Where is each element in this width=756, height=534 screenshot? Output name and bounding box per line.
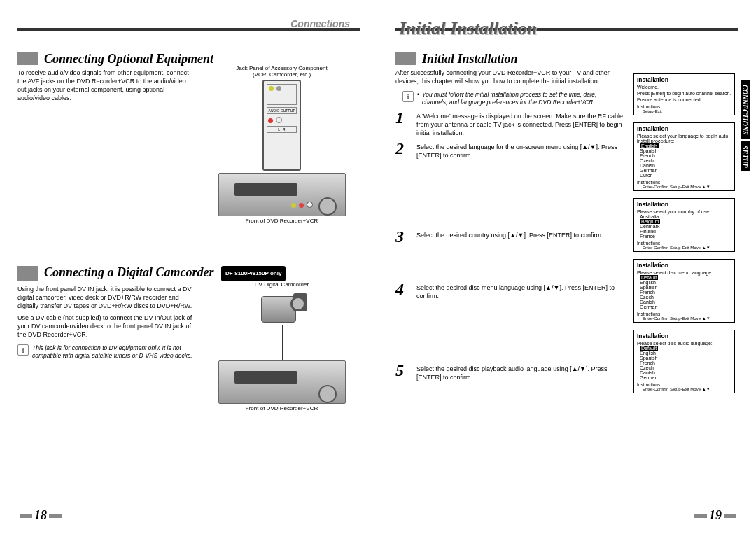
- osd-item: French: [637, 290, 732, 295]
- osd-item: Danish: [637, 300, 732, 304]
- osd-title: Installation: [637, 332, 732, 339]
- figure-camcorder: [254, 290, 310, 332]
- osd-footer: Instructions: [637, 311, 732, 316]
- step-4: 4Select the desired disc menu language u…: [396, 282, 623, 300]
- osd-item: German: [637, 304, 732, 309]
- osd-item: Spanish: [637, 148, 732, 153]
- step-text: Select the desired disc menu language us…: [416, 282, 623, 300]
- osd-box-2: InstallationPlease select your language …: [634, 122, 735, 191]
- osd-item: Czech: [637, 365, 732, 370]
- osd-hints: Setup-Exit: [637, 109, 732, 113]
- osd-item: English: [637, 280, 732, 285]
- section-connecting-camcorder: Connecting a Digital Camcorder DF-8100P/…: [18, 266, 360, 412]
- info-icon: i: [402, 91, 414, 102]
- osd-box-3: InstallationPlease select your country o…: [634, 198, 735, 252]
- step-text: Select the desired disc playback audio l…: [416, 363, 623, 381]
- tab-connections: CONNECTIONS: [741, 80, 750, 139]
- page-18: Connections Connecting Optional Equipmen…: [0, 0, 378, 534]
- section-title: Initial Installation: [396, 52, 518, 65]
- figure-recorder-front: [218, 360, 346, 404]
- osd-hints: Enter-Confirm Setup-Exit Move ▲▼: [637, 185, 732, 189]
- osd-title: Installation: [637, 262, 732, 269]
- figure-recorder-front: [218, 173, 346, 216]
- step-text: Select the desired country using [▲/▼]. …: [416, 230, 603, 244]
- section-intro: After successfully connecting your DVD R…: [396, 69, 623, 85]
- osd-item: French: [637, 360, 732, 365]
- section-title: Connecting Optional Equipment: [18, 52, 214, 65]
- figure-caption-bottom: Front of DVD Recorder+VCR: [203, 405, 360, 412]
- osd-hints: Enter-Confirm Setup-Exit Move ▲▼: [637, 316, 732, 321]
- step-3: 3Select the desired country using [▲/▼].…: [396, 230, 623, 244]
- osd-footer: Instructions: [637, 104, 732, 109]
- model-badge: DF-8100P/8150P only: [221, 266, 286, 281]
- osd-item: Czech: [637, 158, 732, 163]
- info-note: i This jack is for connection to DV equi…: [18, 344, 196, 360]
- osd-prompt: Please select your language to begin aut…: [637, 134, 732, 143]
- osd-line: Press [Enter] to begin auto channel sear…: [637, 91, 732, 96]
- osd-item: Finland: [637, 229, 732, 234]
- info-icon: i: [18, 344, 29, 356]
- step-1: 1A 'Welcome' message is displayed on the…: [396, 111, 623, 137]
- osd-footer: Instructions: [637, 382, 732, 387]
- osd-item: English: [637, 351, 732, 356]
- osd-box-4: InstallationPlease select disc menu lang…: [634, 259, 735, 323]
- step-5: 5Select the desired disc playback audio …: [396, 363, 623, 381]
- osd-title: Installation: [637, 201, 732, 208]
- note-text: This jack is for connection to DV equipm…: [32, 344, 196, 360]
- page-number: 19: [692, 508, 738, 523]
- figure-caption-top: DV Digital Camcorder: [203, 281, 360, 288]
- step-number: 2: [396, 141, 416, 160]
- osd-hints: Enter-Confirm Setup-Exit Move ▲▼: [637, 246, 732, 250]
- section-title-text: Connecting a Digital Camcorder: [44, 265, 214, 279]
- osd-footer: Instructions: [637, 241, 732, 246]
- osd-selected: Default: [640, 275, 658, 280]
- osd-selected: Default: [640, 346, 658, 351]
- side-tabs: CONNECTIONS SETUP: [741, 80, 750, 227]
- osd-item: Czech: [637, 295, 732, 300]
- osd-box-5: InstallationPlease select disc audio lan…: [634, 330, 735, 393]
- section-body: To receive audio/video signals from othe…: [18, 69, 196, 224]
- figure-caption-bottom: Front of DVD Recorder+VCR: [203, 218, 360, 224]
- osd-prompt: Please select your country of use:: [637, 209, 732, 214]
- section-body: Use a DV cable (not supplied) to connect…: [18, 314, 196, 339]
- step-text: Select the desired language for the on-s…: [416, 141, 623, 160]
- osd-item: France: [637, 234, 732, 239]
- osd-item: Spanish: [637, 285, 732, 290]
- osd-box-1: InstallationWelcome.Press [Enter] to beg…: [634, 73, 735, 115]
- osd-prompt: Please select disc menu language:: [637, 270, 732, 275]
- section-title: Connecting a Digital Camcorder DF-8100P/…: [18, 266, 286, 281]
- osd-item: Australia: [637, 214, 732, 219]
- osd-item: Spanish: [637, 356, 732, 360]
- osd-item: Denmark: [637, 224, 732, 229]
- step-text: A 'Welcome' message is displayed on the …: [416, 111, 623, 137]
- osd-title: Installation: [637, 125, 732, 132]
- osd-line: Ensure antenna is connected.: [637, 97, 732, 102]
- header-initial-installation: Initial Installation: [399, 18, 537, 39]
- osd-item: German: [637, 375, 732, 380]
- osd-item: Dutch: [637, 173, 732, 178]
- section-body: Using the front panel DV IN jack, it is …: [18, 285, 196, 310]
- steps-list: 1A 'Welcome' message is displayed on the…: [396, 111, 623, 381]
- step-number: 5: [396, 363, 416, 381]
- osd-footer: Instructions: [637, 180, 732, 185]
- step-2: 2Select the desired language for the on-…: [396, 141, 623, 160]
- step-number: 1: [396, 111, 416, 137]
- osd-item: German: [637, 168, 732, 173]
- section-initial-installation: Initial Installation After successfully …: [396, 52, 623, 381]
- figure-jack-panel: AUDIO OUTPUT L R: [262, 80, 301, 171]
- figure-caption-top: Jack Panel of Accessory Component (VCR, …: [203, 65, 360, 78]
- page-19: Initial Installation Initial Installatio…: [378, 0, 756, 534]
- header-connections: Connections: [290, 18, 350, 29]
- info-note: i •You must follow the initial installat…: [402, 91, 623, 106]
- osd-item: Danish: [637, 163, 732, 168]
- osd-selected: English: [640, 143, 659, 148]
- osd-title: Installation: [637, 76, 732, 83]
- osd-prompt: Please select disc audio language:: [637, 341, 732, 346]
- step-number: 3: [396, 230, 416, 244]
- page-number: 18: [18, 508, 64, 523]
- osd-line: Welcome.: [637, 85, 732, 90]
- osd-selected: Belgium: [640, 219, 660, 224]
- note-text: You must follow the initial installation…: [422, 91, 623, 106]
- osd-column: InstallationWelcome.Press [Enter] to beg…: [634, 73, 735, 400]
- step-number: 4: [396, 282, 416, 300]
